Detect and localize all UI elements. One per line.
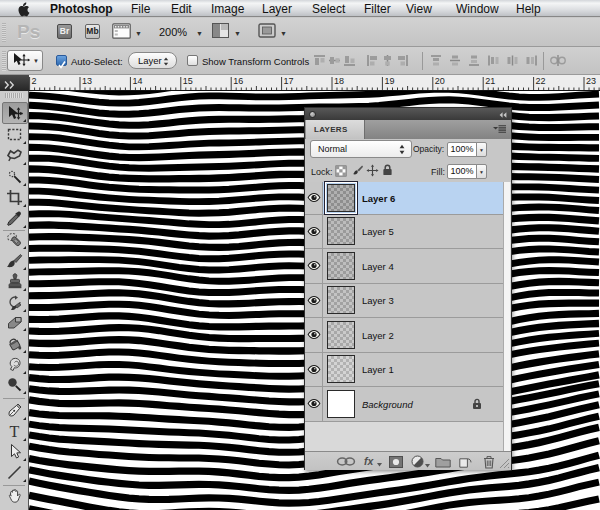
svg-text:21: 21: [485, 76, 495, 86]
svg-text:17: 17: [284, 76, 294, 86]
svg-text:18: 18: [334, 76, 344, 86]
svg-text:22: 22: [536, 76, 546, 86]
svg-text:16: 16: [233, 76, 243, 86]
svg-text:T: T: [10, 423, 20, 440]
svg-text:20: 20: [435, 76, 445, 86]
svg-text:23: 23: [586, 76, 596, 86]
svg-text:15: 15: [183, 76, 193, 86]
svg-text:19: 19: [384, 76, 394, 86]
svg-text:2: 2: [32, 76, 37, 86]
svg-text:14: 14: [132, 76, 142, 86]
svg-text:13: 13: [82, 76, 92, 86]
